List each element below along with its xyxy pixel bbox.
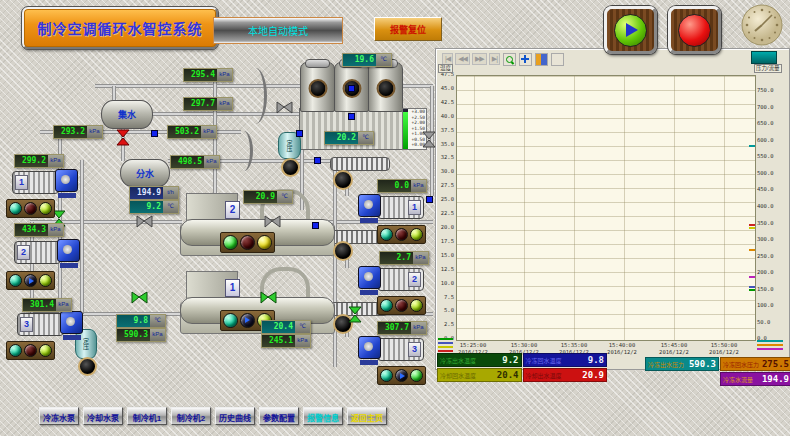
- readout-label: 冷却回水温度: [438, 371, 495, 380]
- level-tick-label: +3.00: [408, 110, 426, 115]
- chiller-2[interactable]: 2: [180, 208, 333, 258]
- start-button[interactable]: [604, 6, 657, 54]
- pump-base: [60, 263, 78, 268]
- gray-valve-icon[interactable]: [276, 101, 293, 114]
- pressure-tank-label: 定压: [82, 338, 91, 350]
- meter-unit: ℃: [163, 201, 178, 213]
- trend-chart-panel: |◀◀◀▶▶▶| 温度 压力/流量 47.545.042.540.037.535…: [435, 48, 790, 370]
- meter-value: 20.2: [325, 132, 358, 144]
- nav-button[interactable]: 参数配置: [259, 407, 299, 425]
- meter-value: 20.4: [262, 321, 295, 333]
- current-value-marker: [749, 276, 755, 278]
- cooling-pump-1[interactable]: 1: [358, 193, 424, 221]
- pipe: [80, 160, 84, 314]
- nav-button[interactable]: 制冷机1: [127, 407, 167, 425]
- axis-tick-label: 7.5: [444, 295, 454, 301]
- alarm-reset-button[interactable]: 报警复位: [374, 17, 442, 41]
- axis-tick-label: 400.0: [757, 204, 774, 210]
- axis-tick-label: 750.0: [757, 88, 774, 94]
- pan-icon[interactable]: [519, 53, 532, 66]
- gray-valve-icon[interactable]: [422, 131, 436, 148]
- mode-button[interactable]: 本地自动模式: [213, 17, 343, 44]
- axis-tick-label: 37.5: [441, 128, 454, 134]
- chiller1-meter-stack: 9.8℃ 590.3kPa: [116, 314, 166, 342]
- vcr-nav-icon[interactable]: ▶▶: [472, 53, 487, 65]
- meter-unit: kPa: [150, 329, 165, 341]
- meter-unit: kPa: [295, 335, 310, 347]
- chilled-pump-3[interactable]: 3: [17, 310, 83, 338]
- sensor-dot: [296, 130, 303, 137]
- vcr-nav-icon[interactable]: ▶|: [489, 53, 500, 65]
- pump-pressure-meter: 0.0kPa: [377, 179, 427, 193]
- chiller-status-lamps: [220, 232, 275, 253]
- x-axis-time-label: 15:50:002016/12/2: [709, 342, 739, 356]
- meter-unit: kPa: [204, 156, 219, 168]
- current-value-marker: [749, 227, 755, 229]
- running-icon: [395, 369, 408, 382]
- pipe: [333, 161, 337, 367]
- axis-tick-label: 300.0: [757, 237, 774, 243]
- axis-tick-label: 50.0: [757, 320, 770, 326]
- cooling-pump-3[interactable]: 3: [358, 335, 424, 363]
- standby-lamp-icon: [410, 228, 423, 241]
- meter-value: 503.2: [168, 126, 201, 138]
- gray-valve-icon[interactable]: [136, 215, 153, 228]
- meter-unit: ℃: [277, 191, 292, 203]
- pump-number: 3: [20, 317, 33, 332]
- green-valve-icon[interactable]: [131, 291, 148, 304]
- pump-pressure-meter: 299.2kPa: [14, 154, 64, 168]
- nav-button[interactable]: 返回主页: [347, 407, 387, 425]
- standby-lamp-icon: [39, 202, 52, 215]
- temperature-meter: 9.8℃: [116, 314, 166, 328]
- readout-label: 冷冻出水压力: [646, 360, 687, 369]
- run-lamp-icon: [9, 344, 22, 357]
- meter-value: 2.7: [380, 252, 413, 264]
- green-valve-icon[interactable]: [260, 291, 277, 304]
- stop-button[interactable]: [668, 6, 721, 54]
- red-valve-icon[interactable]: [116, 129, 130, 146]
- axis-tick-label: 200.0: [757, 270, 774, 276]
- readout-value: 9.8: [586, 355, 606, 365]
- readout-value: 590.3: [687, 359, 718, 369]
- readout-label: 冷冻水流量: [721, 375, 760, 384]
- meter-unit: kPa: [217, 69, 232, 81]
- pump-number: 2: [408, 272, 421, 287]
- pump-status-lamps: [6, 199, 55, 218]
- meter-value: 297.7: [184, 98, 217, 110]
- right-axis-ticks: 750.0700.0650.0600.0550.0500.0450.0400.0…: [757, 88, 787, 342]
- chilled-pump-2[interactable]: 2: [14, 238, 80, 266]
- current-value-marker: [749, 289, 755, 291]
- pressure-tank-label: 定压: [285, 140, 294, 152]
- pump-status-lamps: [377, 296, 426, 315]
- pump-number: 2: [17, 245, 30, 260]
- pressure-gauge-icon: [281, 158, 300, 177]
- nav-button[interactable]: 历史曲线: [215, 407, 255, 425]
- left-axis-ticks: 47.545.042.540.037.535.032.530.027.525.0…: [436, 72, 454, 342]
- temperature-meter: 20.9℃: [243, 190, 293, 204]
- sensor-dot: [348, 113, 355, 120]
- trend-plot-area[interactable]: [456, 75, 756, 341]
- vcr-nav-icon[interactable]: ◀◀: [455, 53, 470, 65]
- nav-button-label: 参数配置: [263, 414, 295, 423]
- cooling-pump-2[interactable]: 2: [358, 265, 424, 293]
- x-axis-time-label: 15:45:002016/12/2: [659, 342, 689, 356]
- nav-button[interactable]: 冷却水泵: [83, 407, 123, 425]
- nav-button[interactable]: 冷冻水泵: [39, 407, 79, 425]
- zoom-icon[interactable]: [503, 53, 516, 66]
- current-value-marker: [749, 145, 755, 147]
- chiller1-meter-stack: 20.4℃ 245.1kPa: [261, 320, 311, 348]
- run-lamp-icon: [223, 313, 238, 328]
- nav-button[interactable]: 报警信息: [303, 407, 343, 425]
- bookmark-icon[interactable]: [535, 53, 548, 66]
- series-toggle-chip[interactable]: [751, 51, 777, 64]
- meter-unit: ℃: [295, 321, 310, 333]
- readout-value: 194.9: [760, 374, 790, 384]
- chilled-pump-1[interactable]: 1: [12, 168, 78, 196]
- gray-valve-icon[interactable]: [264, 215, 281, 228]
- green-valve-icon[interactable]: [348, 306, 362, 323]
- nav-button[interactable]: 制冷机2: [171, 407, 211, 425]
- axis-tick-label: 45.0: [441, 86, 454, 92]
- pump-head: [55, 169, 78, 192]
- axis-tick-label: 10.0: [441, 281, 454, 287]
- fault-lamp-icon: [395, 299, 408, 312]
